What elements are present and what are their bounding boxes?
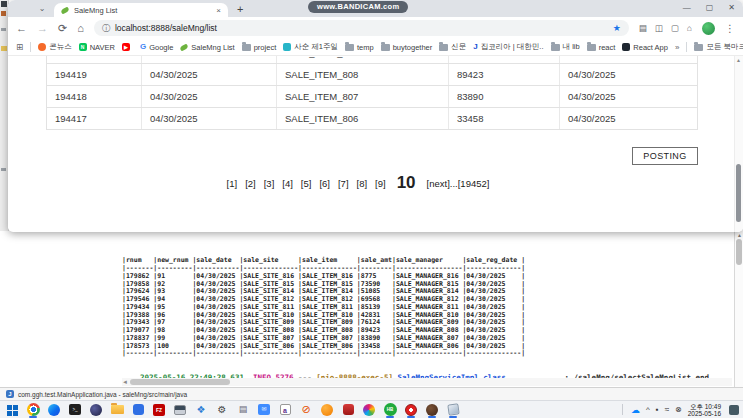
bookmarks-overflow-chevron[interactable]: » [675, 43, 679, 52]
page-link[interactable]: [4] [282, 178, 293, 189]
bookmark-item[interactable]: SaleMng List [180, 43, 234, 52]
bookmark-item[interactable]: react [587, 43, 616, 52]
console-hscroll-thumb[interactable] [130, 379, 230, 385]
close-button[interactable]: ✕ [728, 1, 735, 14]
tab-salemng-list[interactable]: SaleMng List × [54, 3, 228, 17]
bookmark-item[interactable]: 콘뉴스 [38, 42, 72, 52]
hidden-icons-chevron[interactable]: ^ [646, 404, 650, 416]
back-icon[interactable]: ← [16, 21, 27, 35]
page-scrollbar[interactable]: ▲ [734, 56, 743, 232]
bookmark-item[interactable]: J 집코리아 | 대한민.. [473, 42, 543, 52]
taskbar-clock[interactable]: 오후 10:49 2025-05-16 [688, 403, 721, 417]
page-link[interactable]: [2] [245, 178, 256, 189]
extension-icon[interactable]: ▤ [639, 23, 647, 33]
chrome-app[interactable] [25, 401, 41, 418]
bookmark-item[interactable]: temp [345, 43, 374, 52]
eclipse-app[interactable] [88, 401, 104, 418]
tray-icon[interactable]: ⊗ [675, 404, 682, 416]
extension-icon[interactable]: ▢ [671, 23, 679, 33]
scroll-up-icon[interactable]: ▲ [737, 232, 742, 238]
filezilla-app[interactable]: FZ [151, 401, 167, 418]
url-text[interactable]: localhost:8888/saleMng/list [115, 23, 217, 33]
console-horizontal-scrollbar[interactable]: ◄ [122, 378, 732, 386]
hb-app[interactable]: HB [382, 401, 398, 418]
bookmark-item[interactable]: project [242, 43, 277, 52]
clipped-table-row: 194420 04/30/2025 SALE_ITEM_809 76124 04… [47, 56, 697, 63]
notification-center-icon[interactable] [729, 405, 739, 415]
forward-icon[interactable]: → [37, 21, 48, 35]
tray-icon[interactable]: ≈ [665, 404, 669, 416]
bookmark-item[interactable]: G Google [140, 43, 173, 52]
next-page-link[interactable]: [next]...[19452] [427, 178, 490, 189]
table-row[interactable]: 194419 04/30/2025 SALE_ITEM_808 89423 04… [47, 63, 697, 85]
console-vscroll-thumb[interactable] [736, 239, 742, 265]
posting-button[interactable]: POSTING [632, 147, 698, 165]
settings-app[interactable]: ⚙ [214, 401, 230, 418]
maximize-button[interactable]: ▢ [706, 1, 714, 14]
red-app[interactable] [340, 401, 356, 418]
page-link[interactable]: [1] [227, 178, 238, 189]
tab-search-chevron-icon[interactable]: ⌄ [34, 3, 50, 15]
reload-icon[interactable]: ⟳ [58, 21, 67, 35]
system-tray: ☁ ^ ▪≈⊗ 오후 10:49 2025-05-16 [620, 403, 739, 417]
bookmark-divider [30, 42, 31, 52]
table-row[interactable]: 194420 04/30/2025 SALE_ITEM_809 76124 04… [47, 56, 697, 63]
putty-app[interactable] [172, 401, 188, 418]
page-link[interactable]: [9] [375, 178, 386, 189]
orange-app[interactable] [319, 401, 335, 418]
page-link[interactable]: [6] [319, 178, 330, 189]
cell-sale-date: 04/30/2025 [141, 108, 276, 129]
bookmark-item[interactable]: N NAVER [79, 43, 115, 52]
menu-kebab-icon[interactable]: ⋮ [725, 23, 735, 34]
scroll-up-icon[interactable]: ▲ [736, 57, 741, 63]
bookmark-item[interactable]: 내 lib [551, 42, 580, 52]
app-icon: HB [384, 403, 397, 416]
printer-app[interactable]: ▤ [235, 401, 251, 418]
edge-app[interactable] [46, 401, 62, 418]
home-icon[interactable]: ⌂ [77, 21, 84, 35]
notes-app[interactable] [445, 401, 461, 418]
extension-icon[interactable]: ◫ [655, 23, 663, 33]
address-bar[interactable]: ⓘ localhost:8888/saleMng/list ★ [94, 20, 629, 36]
console-vertical-scrollbar[interactable]: ▲ [734, 231, 743, 387]
page-link[interactable]: [8] [357, 178, 368, 189]
edge-icon-yellow [1, 46, 7, 51]
extension-icon[interactable]: ⌂ [687, 23, 692, 33]
cell-sale-item: SALE_ITEM_806 [276, 108, 448, 129]
cell-sale-reg-date: 04/30/2025 [559, 64, 697, 85]
new-tab-button[interactable]: + [237, 3, 243, 15]
blue-app[interactable] [130, 401, 146, 418]
bookmark-item[interactable]: buytogether [381, 43, 433, 52]
apps-grid-icon[interactable]: ⊞ [16, 42, 23, 52]
windows-start-button[interactable] [4, 401, 20, 418]
bookmark-item[interactable]: 사순 제1주일 [283, 42, 338, 52]
page-scroll-thumb[interactable] [736, 164, 741, 222]
mail-app[interactable]: ✉ [256, 401, 272, 418]
page-link[interactable]: [5] [301, 178, 312, 189]
site-info-icon[interactable]: ⓘ [102, 23, 110, 34]
table-row[interactable]: 194418 04/30/2025 SALE_ITEM_807 83890 04… [47, 85, 697, 107]
palette-app[interactable] [361, 401, 377, 418]
page-link[interactable]: [7] [338, 178, 349, 189]
bookmark-item[interactable]: ▶ [122, 43, 133, 51]
page-link[interactable]: [3] [264, 178, 275, 189]
dbeaver-app[interactable]: ❖ [193, 401, 209, 418]
bookmark-item[interactable]: React App [622, 43, 668, 52]
terminal-app[interactable]: >_ [67, 401, 83, 418]
minimize-button[interactable]: — [683, 1, 691, 14]
bookmark-star-icon[interactable]: ★ [613, 23, 621, 33]
onedrive-icon[interactable]: ☁ [631, 404, 640, 416]
tab-close-icon[interactable]: × [216, 6, 221, 15]
dictionary-app[interactable]: a [277, 401, 293, 418]
profile-avatar[interactable] [702, 22, 715, 35]
bookmark-favicon: G [140, 43, 146, 51]
all-bookmarks-item[interactable]: 모든 북마크 [694, 42, 743, 52]
table-row[interactable]: 194417 04/30/2025 SALE_ITEM_806 33458 04… [47, 107, 697, 129]
tray-icon[interactable]: ▪ [656, 404, 659, 416]
bandicam-app[interactable] [403, 401, 419, 418]
blocked-app[interactable]: ⊘ [298, 401, 314, 418]
file-explorer-app[interactable] [109, 401, 125, 418]
scroll-left-icon[interactable]: ◄ [122, 378, 128, 386]
bookmark-item[interactable]: 신문 [439, 42, 466, 52]
brown-app[interactable] [424, 401, 440, 418]
